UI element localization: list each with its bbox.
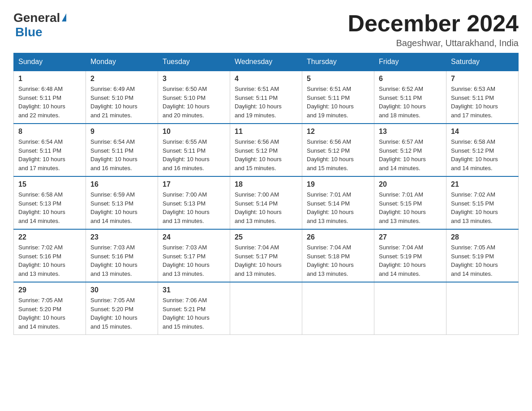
- calendar-table: SundayMondayTuesdayWednesdayThursdayFrid…: [13, 53, 519, 335]
- day-info: Sunrise: 6:58 AM Sunset: 5:13 PM Dayligh…: [18, 190, 81, 225]
- day-info: Sunrise: 6:51 AM Sunset: 5:11 PM Dayligh…: [235, 85, 297, 120]
- calendar-cell: [374, 282, 446, 335]
- calendar-cell: 27Sunrise: 7:04 AM Sunset: 5:19 PM Dayli…: [374, 229, 446, 282]
- day-info: Sunrise: 7:00 AM Sunset: 5:13 PM Dayligh…: [163, 190, 225, 225]
- day-number: 14: [451, 128, 514, 136]
- day-info: Sunrise: 6:54 AM Sunset: 5:11 PM Dayligh…: [18, 137, 81, 172]
- day-info: Sunrise: 6:57 AM Sunset: 5:12 PM Dayligh…: [379, 137, 442, 172]
- page-header: General Blue December 2024 Bageshwar, Ut…: [13, 11, 519, 48]
- day-info: Sunrise: 7:04 AM Sunset: 5:19 PM Dayligh…: [379, 243, 442, 278]
- day-info: Sunrise: 6:56 AM Sunset: 5:12 PM Dayligh…: [307, 137, 369, 172]
- calendar-header-row: SundayMondayTuesdayWednesdayThursdayFrid…: [14, 53, 519, 71]
- calendar-cell: 24Sunrise: 7:03 AM Sunset: 5:17 PM Dayli…: [158, 229, 230, 282]
- day-number: 17: [163, 180, 225, 188]
- day-number: 30: [90, 286, 153, 294]
- day-number: 24: [163, 233, 225, 241]
- calendar-cell: 4Sunrise: 6:51 AM Sunset: 5:11 PM Daylig…: [230, 71, 302, 124]
- day-number: 16: [90, 180, 153, 188]
- calendar-cell: 21Sunrise: 7:02 AM Sunset: 5:15 PM Dayli…: [446, 176, 519, 229]
- day-number: 10: [163, 128, 225, 136]
- calendar-cell: 14Sunrise: 6:58 AM Sunset: 5:12 PM Dayli…: [446, 124, 519, 176]
- day-number: 21: [451, 180, 514, 188]
- column-header-wednesday: Wednesday: [230, 53, 302, 71]
- calendar-cell: 15Sunrise: 6:58 AM Sunset: 5:13 PM Dayli…: [14, 176, 86, 229]
- day-number: 19: [307, 180, 369, 188]
- day-number: 18: [235, 180, 297, 188]
- calendar-cell: 10Sunrise: 6:55 AM Sunset: 5:11 PM Dayli…: [158, 124, 230, 176]
- logo: General Blue: [13, 11, 66, 39]
- logo-triangle-icon: [62, 13, 66, 21]
- calendar-cell: 25Sunrise: 7:04 AM Sunset: 5:17 PM Dayli…: [230, 229, 302, 282]
- column-header-sunday: Sunday: [14, 53, 86, 71]
- day-info: Sunrise: 6:56 AM Sunset: 5:12 PM Dayligh…: [235, 137, 297, 172]
- column-header-friday: Friday: [374, 53, 446, 71]
- day-number: 2: [90, 75, 153, 83]
- calendar-cell: 16Sunrise: 6:59 AM Sunset: 5:13 PM Dayli…: [86, 176, 158, 229]
- day-number: 29: [18, 286, 81, 294]
- calendar-cell: 9Sunrise: 6:54 AM Sunset: 5:11 PM Daylig…: [86, 124, 158, 176]
- day-info: Sunrise: 7:04 AM Sunset: 5:18 PM Dayligh…: [307, 243, 369, 278]
- calendar-cell: 11Sunrise: 6:56 AM Sunset: 5:12 PM Dayli…: [230, 124, 302, 176]
- calendar-title: December 2024: [348, 11, 519, 36]
- day-info: Sunrise: 6:50 AM Sunset: 5:10 PM Dayligh…: [163, 85, 225, 120]
- day-info: Sunrise: 6:55 AM Sunset: 5:11 PM Dayligh…: [163, 137, 225, 172]
- day-info: Sunrise: 6:52 AM Sunset: 5:11 PM Dayligh…: [379, 85, 442, 120]
- column-header-tuesday: Tuesday: [158, 53, 230, 71]
- day-number: 5: [307, 75, 369, 83]
- calendar-cell: 31Sunrise: 7:06 AM Sunset: 5:21 PM Dayli…: [158, 282, 230, 335]
- day-number: 1: [18, 75, 81, 83]
- day-info: Sunrise: 6:48 AM Sunset: 5:11 PM Dayligh…: [18, 85, 81, 120]
- day-number: 13: [379, 128, 442, 136]
- day-info: Sunrise: 7:06 AM Sunset: 5:21 PM Dayligh…: [163, 296, 225, 331]
- calendar-cell: 5Sunrise: 6:51 AM Sunset: 5:11 PM Daylig…: [302, 71, 374, 124]
- day-number: 7: [451, 75, 514, 83]
- day-number: 3: [163, 75, 225, 83]
- logo-blue-text: Blue: [15, 25, 43, 39]
- day-number: 31: [163, 286, 225, 294]
- calendar-cell: 12Sunrise: 6:56 AM Sunset: 5:12 PM Dayli…: [302, 124, 374, 176]
- calendar-week-row: 8Sunrise: 6:54 AM Sunset: 5:11 PM Daylig…: [14, 124, 519, 176]
- day-info: Sunrise: 7:03 AM Sunset: 5:16 PM Dayligh…: [90, 243, 153, 278]
- day-number: 28: [451, 233, 514, 241]
- calendar-cell: 3Sunrise: 6:50 AM Sunset: 5:10 PM Daylig…: [158, 71, 230, 124]
- calendar-cell: 8Sunrise: 6:54 AM Sunset: 5:11 PM Daylig…: [14, 124, 86, 176]
- day-info: Sunrise: 6:54 AM Sunset: 5:11 PM Dayligh…: [90, 137, 153, 172]
- calendar-cell: [446, 282, 519, 335]
- day-info: Sunrise: 7:01 AM Sunset: 5:14 PM Dayligh…: [307, 190, 369, 225]
- day-number: 11: [235, 128, 297, 136]
- day-number: 4: [235, 75, 297, 83]
- calendar-cell: [230, 282, 302, 335]
- day-number: 15: [18, 180, 81, 188]
- calendar-cell: 1Sunrise: 6:48 AM Sunset: 5:11 PM Daylig…: [14, 71, 86, 124]
- day-info: Sunrise: 6:51 AM Sunset: 5:11 PM Dayligh…: [307, 85, 369, 120]
- calendar-week-row: 29Sunrise: 7:05 AM Sunset: 5:20 PM Dayli…: [14, 282, 519, 335]
- day-info: Sunrise: 6:49 AM Sunset: 5:10 PM Dayligh…: [90, 85, 153, 120]
- day-info: Sunrise: 7:05 AM Sunset: 5:19 PM Dayligh…: [451, 243, 514, 278]
- calendar-cell: 20Sunrise: 7:01 AM Sunset: 5:15 PM Dayli…: [374, 176, 446, 229]
- calendar-cell: 29Sunrise: 7:05 AM Sunset: 5:20 PM Dayli…: [14, 282, 86, 335]
- day-info: Sunrise: 7:05 AM Sunset: 5:20 PM Dayligh…: [90, 296, 153, 331]
- calendar-cell: 26Sunrise: 7:04 AM Sunset: 5:18 PM Dayli…: [302, 229, 374, 282]
- calendar-week-row: 1Sunrise: 6:48 AM Sunset: 5:11 PM Daylig…: [14, 71, 519, 124]
- day-number: 6: [379, 75, 442, 83]
- calendar-week-row: 22Sunrise: 7:02 AM Sunset: 5:16 PM Dayli…: [14, 229, 519, 282]
- calendar-week-row: 15Sunrise: 6:58 AM Sunset: 5:13 PM Dayli…: [14, 176, 519, 229]
- day-number: 20: [379, 180, 442, 188]
- day-number: 26: [307, 233, 369, 241]
- calendar-cell: 18Sunrise: 7:00 AM Sunset: 5:14 PM Dayli…: [230, 176, 302, 229]
- calendar-cell: 7Sunrise: 6:53 AM Sunset: 5:11 PM Daylig…: [446, 71, 519, 124]
- calendar-cell: [302, 282, 374, 335]
- day-info: Sunrise: 7:00 AM Sunset: 5:14 PM Dayligh…: [235, 190, 297, 225]
- day-info: Sunrise: 7:04 AM Sunset: 5:17 PM Dayligh…: [235, 243, 297, 278]
- calendar-cell: 6Sunrise: 6:52 AM Sunset: 5:11 PM Daylig…: [374, 71, 446, 124]
- day-info: Sunrise: 7:03 AM Sunset: 5:17 PM Dayligh…: [163, 243, 225, 278]
- calendar-cell: 23Sunrise: 7:03 AM Sunset: 5:16 PM Dayli…: [86, 229, 158, 282]
- day-number: 25: [235, 233, 297, 241]
- day-info: Sunrise: 7:01 AM Sunset: 5:15 PM Dayligh…: [379, 190, 442, 225]
- calendar-cell: 22Sunrise: 7:02 AM Sunset: 5:16 PM Dayli…: [14, 229, 86, 282]
- day-info: Sunrise: 6:53 AM Sunset: 5:11 PM Dayligh…: [451, 85, 514, 120]
- column-header-saturday: Saturday: [446, 53, 519, 71]
- day-number: 12: [307, 128, 369, 136]
- day-number: 22: [18, 233, 81, 241]
- day-number: 23: [90, 233, 153, 241]
